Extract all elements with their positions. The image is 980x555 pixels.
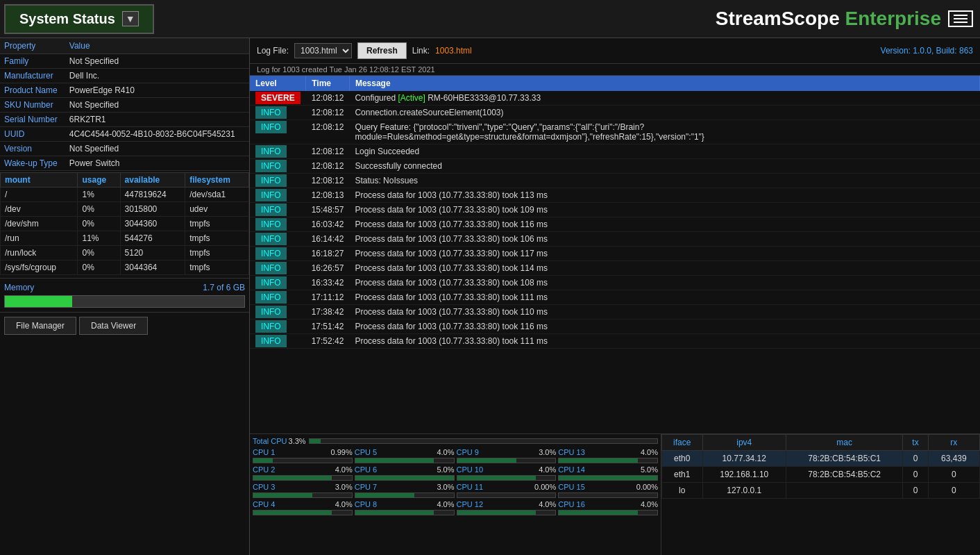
property-table: Property Value FamilyNot SpecifiedManufa…	[0, 38, 249, 171]
brand-streamscope: StreamScope Enterprise	[716, 8, 941, 30]
log-row: INFO12:08:13Process data for 1003 (10.77…	[250, 188, 980, 203]
log-toolbar: Log File: 1003.html Refresh Link: 1003.h…	[250, 38, 980, 64]
log-time: 16:26:57	[306, 261, 350, 276]
cpu-bar-fill	[457, 511, 536, 515]
cpu-item: CPU 1 0.99%	[253, 448, 353, 463]
data-viewer-button[interactable]: Data Viewer	[79, 317, 148, 335]
disk-available: 3015800	[120, 202, 185, 217]
log-created-info: Log for 1003 created Tue Jan 26 12:08:12…	[250, 64, 980, 76]
cpu-item: CPU 9 3.0%	[457, 448, 557, 463]
cpu-pct: 4.0%	[641, 448, 658, 456]
property-row: Product NamePowerEdge R410	[0, 83, 249, 98]
log-message: Process data for 1003 (10.77.33.33:80) t…	[349, 188, 979, 203]
cpu-bar-fill	[355, 493, 414, 497]
log-row: INFO17:52:42Process data for 1003 (10.77…	[250, 334, 980, 349]
net-rx: 0	[928, 483, 979, 499]
disk-mount: /run/lock	[1, 246, 78, 260]
cpu-pct: 4.0%	[335, 465, 353, 474]
log-row: INFO12:08:12Login Succeeded	[250, 144, 980, 159]
log-time: 12:08:12	[306, 120, 350, 144]
log-time: 12:08:13	[306, 188, 350, 203]
cpu-bar-fill	[253, 511, 332, 515]
log-time: 17:52:42	[306, 334, 350, 349]
log-message: Query Feature: {"protocol":"triveni","ty…	[349, 120, 979, 144]
disk-filesystem: tmpfs	[185, 217, 249, 231]
cpu-item: CPU 4 4.0%	[253, 500, 353, 515]
log-row: INFO16:33:42Process data for 1003 (10.77…	[250, 276, 980, 290]
log-row: INFO16:14:42Process data for 1003 (10.77…	[250, 232, 980, 247]
total-cpu-bar-bg	[309, 438, 658, 444]
log-message: Process data for 1003 (10.77.33.33:80) t…	[349, 247, 979, 261]
log-time: 16:18:27	[306, 247, 350, 261]
property-label: Family	[0, 54, 65, 69]
file-manager-button[interactable]: File Manager	[4, 317, 76, 335]
log-row: INFO12:08:12Query Feature: {"protocol":"…	[250, 120, 980, 144]
link-label: Link:	[412, 46, 430, 56]
cpu-label-text: CPU 12	[457, 500, 484, 508]
net-tx: 0	[903, 451, 928, 467]
net-ipv4: 192.168.1.10	[702, 467, 786, 483]
log-level: INFO	[250, 188, 306, 203]
property-label: UUID	[0, 127, 65, 142]
network-table: iface ipv4 mac tx rx eth0 10.77.34.12 78…	[661, 434, 980, 499]
log-table-wrapper[interactable]: Level Time Message SEVERE12:08:12Configu…	[250, 76, 980, 433]
cpu-label-text: CPU 11	[457, 483, 484, 491]
cpu-bar-bg	[355, 458, 455, 463]
disk-mount: /	[1, 188, 78, 202]
cpu-item: CPU 13 4.0%	[558, 448, 658, 463]
disk-filesystem: tmpfs	[185, 231, 249, 246]
cpu-label-text: CPU 3	[253, 483, 275, 491]
property-label: Product Name	[0, 83, 65, 98]
net-ipv4: 127.0.0.1	[702, 483, 786, 499]
main-container: Property Value FamilyNot SpecifiedManufa…	[0, 38, 980, 555]
property-value: Not Specified	[65, 98, 249, 113]
log-level: INFO	[250, 203, 306, 217]
property-label: Wake-up Type	[0, 156, 65, 171]
property-row: UUID4C4C4544-0052-4B10-8032-B6C04F545231	[0, 127, 249, 142]
cpu-label-text: CPU 10	[457, 465, 484, 474]
cpu-item: CPU 12 4.0%	[457, 500, 557, 515]
cpu-label-text: CPU 16	[558, 500, 585, 508]
system-status-box[interactable]: System Status ▼	[4, 4, 154, 34]
cpu-item: CPU 14 5.0%	[558, 465, 658, 481]
cpu-bar-fill	[457, 476, 536, 480]
cpu-pct: 0.99%	[331, 448, 353, 456]
log-link[interactable]: 1003.html	[435, 46, 472, 56]
disk-available: 447819624	[120, 188, 185, 202]
log-file-select[interactable]: 1003.html	[294, 43, 352, 58]
network-row: lo 127.0.0.1 0 0	[662, 483, 980, 499]
right-panel: Log File: 1003.html Refresh Link: 1003.h…	[250, 38, 980, 555]
cpu-label-text: CPU 13	[558, 448, 585, 456]
log-time: 12:08:12	[306, 144, 350, 159]
cpu-label-text: CPU 6	[355, 465, 377, 474]
system-status-title: System Status	[19, 11, 115, 27]
dropdown-arrow-icon[interactable]: ▼	[122, 11, 139, 26]
property-row: FamilyNot Specified	[0, 54, 249, 69]
log-time: 16:33:42	[306, 276, 350, 290]
memory-label: Memory	[4, 283, 34, 292]
cpu-grid: CPU 1 0.99% CPU 5 4.0% CPU 9 3.0%	[253, 448, 658, 515]
refresh-button[interactable]: Refresh	[357, 42, 407, 59]
cpu-bar-bg	[457, 510, 557, 515]
log-row: INFO12:08:12Status: NoIssues	[250, 174, 980, 188]
property-value: 6RK2TR1	[65, 113, 249, 127]
log-row: INFO15:48:57Process data for 1003 (10.77…	[250, 203, 980, 217]
cpu-pct: 4.0%	[335, 500, 353, 508]
cpu-label-text: CPU 14	[558, 465, 585, 474]
cpu-bar-bg	[457, 475, 557, 481]
time-column-header: Time	[306, 76, 350, 91]
cpu-bar-bg	[457, 458, 557, 463]
menu-icon[interactable]	[948, 10, 973, 27]
log-time: 16:14:42	[306, 232, 350, 247]
cpu-item: CPU 11 0.00%	[457, 483, 557, 498]
cpu-label-text: CPU 9	[457, 448, 479, 456]
log-message: Process data for 1003 (10.77.33.33:80) t…	[349, 276, 979, 290]
file-buttons: File Manager Data Viewer	[0, 312, 249, 339]
property-value: 4C4C4544-0052-4B10-8032-B6C04F545231	[65, 127, 249, 142]
disk-filesystem: /dev/sda1	[185, 188, 249, 202]
memory-header: Memory 1.7 of 6 GB	[4, 283, 245, 292]
disk-usage: 0%	[78, 246, 120, 260]
disk-mount: /run	[1, 231, 78, 246]
log-level: INFO	[250, 261, 306, 276]
network-row: eth1 192.168.1.10 78:2B:CB:54:B5:C2 0 0	[662, 467, 980, 483]
